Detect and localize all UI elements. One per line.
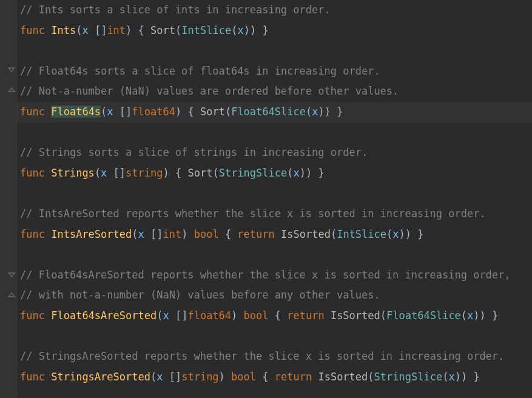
code-line[interactable]: // IntsAreSorted reports whether the sli…	[17, 204, 532, 224]
brace: {	[138, 24, 150, 36]
fold-open-icon[interactable]	[7, 66, 16, 74]
func-call: IsSorted	[325, 309, 380, 322]
param: x	[392, 228, 399, 240]
code-line[interactable]: func StringsAreSorted(x []string) bool {…	[17, 367, 532, 388]
code-line[interactable]: // Ints sorts a slice of ints in increas…	[17, 0, 532, 21]
code-line[interactable]: // Strings sorts a slice of strings in i…	[17, 143, 532, 163]
comment-text: // with not-a-number (NaN) values before…	[20, 289, 380, 301]
type-name: IntSlice	[337, 228, 386, 240]
code-line[interactable]: // with not-a-number (NaN) values before…	[17, 285, 532, 306]
func-name: Float64sAreSorted	[51, 309, 157, 322]
param: x	[294, 167, 300, 179]
array-brackets: []	[144, 228, 163, 240]
comment-text: // StringsAreSorted reports whether the …	[20, 350, 504, 362]
paren: (	[368, 371, 374, 383]
editor-gutter	[0, 0, 17, 398]
fold-close-icon[interactable]	[7, 291, 16, 299]
paren: (	[287, 167, 293, 179]
array-brackets: []	[163, 371, 181, 383]
return-type: bool	[244, 309, 269, 322]
paren: (	[76, 24, 82, 36]
array-brackets: []	[89, 24, 107, 36]
code-line[interactable]: // StringsAreSorted reports whether the …	[17, 346, 532, 367]
fold-open-icon[interactable]	[7, 271, 16, 279]
brace: {	[175, 167, 187, 179]
keyword-return: return	[237, 228, 274, 240]
code-line[interactable]: // Not-a-number (NaN) values are ordered…	[17, 81, 532, 102]
code-line[interactable]	[17, 245, 532, 265]
code-line-current[interactable]: func Float64s(x []float64) { Sort(Float6…	[17, 102, 532, 123]
array-brackets: []	[113, 106, 132, 118]
paren: (	[101, 106, 107, 118]
keyword-func: func	[20, 167, 45, 179]
paren: (	[461, 309, 467, 322]
comment-text: // Ints sorts a slice of ints in increas…	[20, 4, 331, 16]
type-name: IntSlice	[181, 24, 231, 36]
type: float64	[187, 309, 231, 322]
code-line[interactable]: func Ints(x []int) { Sort(IntSlice(x)) }	[17, 21, 532, 41]
code-line[interactable]	[17, 326, 532, 347]
paren: ))	[318, 106, 330, 118]
func-call: IsSorted	[312, 371, 368, 383]
param: x	[157, 371, 163, 383]
type-name: StringSlice	[374, 371, 443, 383]
type-name: Float64Slice	[231, 106, 306, 118]
brace: }	[256, 24, 268, 36]
param: x	[448, 371, 454, 383]
code-line[interactable]: // Float64s sorts a slice of float64s in…	[17, 61, 532, 82]
keyword-func: func	[20, 309, 45, 322]
brace: {	[219, 228, 238, 240]
code-line[interactable]: func Strings(x []string) { Sort(StringSl…	[17, 163, 532, 184]
keyword-func: func	[20, 371, 45, 383]
brace: }	[486, 309, 498, 322]
keyword-func: func	[20, 106, 45, 118]
paren: (	[231, 24, 237, 36]
type-name: Float64Slice	[386, 309, 461, 322]
code-line[interactable]: func IntsAreSorted(x []int) bool { retur…	[17, 224, 532, 245]
code-line[interactable]	[17, 41, 532, 61]
paren: ))	[399, 228, 411, 240]
brace: }	[312, 167, 324, 179]
keyword-func: func	[20, 228, 45, 240]
code-line[interactable]: func Float64sAreSorted(x []float64) bool…	[17, 306, 532, 326]
brace: {	[187, 106, 200, 118]
func-name-highlighted: Float64s	[51, 106, 101, 118]
paren: )	[126, 24, 138, 36]
brace: }	[467, 371, 479, 383]
comment-text: // IntsAreSorted reports whether the sli…	[20, 207, 486, 220]
paren: )	[175, 106, 187, 118]
func-name: Ints	[51, 24, 76, 36]
paren: )	[181, 228, 194, 240]
code-editor[interactable]: // Ints sorts a slice of ints in increas…	[17, 0, 532, 387]
paren: )	[231, 309, 243, 322]
paren: (	[132, 228, 138, 240]
type: float64	[132, 106, 175, 118]
paren: ))	[473, 309, 485, 322]
type: int	[107, 24, 126, 36]
brace: {	[256, 371, 275, 383]
comment-text: // Float64s sorts a slice of float64s in…	[20, 65, 380, 77]
code-line[interactable]	[17, 123, 532, 143]
func-call: Sort	[187, 167, 212, 179]
param: x	[237, 24, 243, 36]
param: x	[312, 106, 318, 118]
comment-text: // Not-a-number (NaN) values are ordered…	[20, 85, 399, 97]
paren: ))	[455, 371, 467, 383]
paren: (	[380, 309, 386, 322]
paren: (	[442, 371, 448, 383]
paren: (	[157, 309, 163, 322]
return-type: bool	[194, 228, 219, 240]
fold-close-icon[interactable]	[7, 86, 16, 94]
param: x	[101, 167, 107, 179]
type: string	[181, 371, 218, 383]
keyword-return: return	[287, 309, 324, 322]
func-name: Strings	[51, 167, 95, 179]
code-line[interactable]: // Float64sAreSorted reports whether the…	[17, 265, 532, 286]
paren: (	[175, 24, 181, 36]
brace: {	[269, 309, 288, 322]
paren: (	[331, 228, 337, 240]
comment-text: // Strings sorts a slice of strings in i…	[20, 146, 368, 158]
code-line[interactable]	[17, 183, 532, 204]
paren: (	[212, 167, 218, 179]
paren: )	[163, 167, 175, 179]
